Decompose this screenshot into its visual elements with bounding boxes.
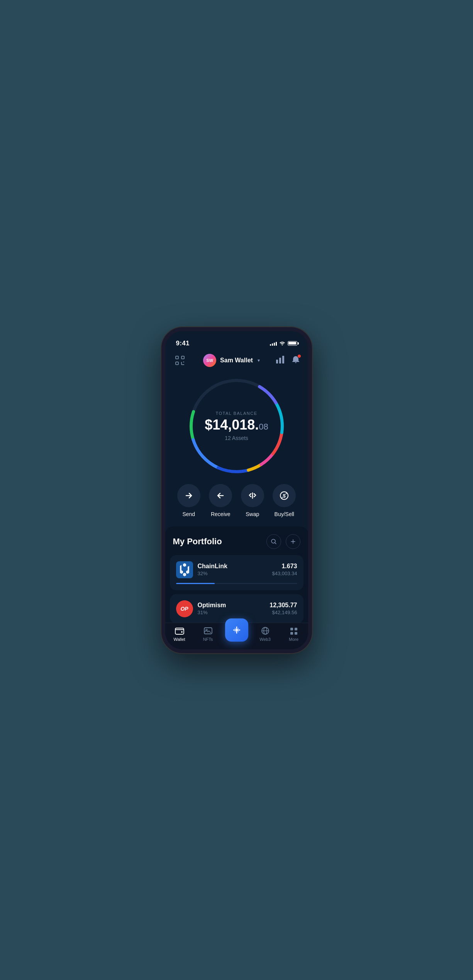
nav-more[interactable]: More [282,626,305,642]
screen: 9:41 [165,331,308,649]
header-right [276,355,300,365]
send-icon [177,484,200,507]
svg-rect-0 [176,356,178,359]
asset-list: ChainLink 32% 1.673 $43,003.34 [165,555,308,623]
portfolio-title: My Portfolio [173,537,222,547]
wallet-nav-label: Wallet [173,637,185,642]
buysell-icon: $ [273,484,296,507]
svg-rect-28 [290,628,293,630]
nfts-nav-label: NFTs [203,637,213,642]
portfolio-add-button[interactable] [286,534,300,549]
nav-wallet[interactable]: Wallet [168,626,191,642]
svg-rect-21 [175,628,184,634]
optimism-logo: OP [176,600,193,617]
asset-details: Optimism 31% [198,602,226,615]
scan-button[interactable] [173,353,187,367]
chart-button[interactable] [276,356,285,365]
svg-rect-30 [290,632,293,635]
portfolio-header: My Portfolio [165,527,308,555]
svg-rect-2 [176,362,178,365]
nav-nfts[interactable]: NFTs [197,626,220,642]
chainlink-logo [176,561,193,578]
balance-section: TOTAL BALANCE $14,018.08 12 Assets [165,372,308,484]
asset-value: $43,003.34 [272,571,297,576]
svg-rect-7 [279,358,281,363]
balance-ring: TOTAL BALANCE $14,018.08 12 Assets [186,376,287,476]
username: Sam Wallet [220,357,253,364]
asset-amount: 12,305.77 [270,602,297,609]
svg-rect-29 [295,628,297,630]
web3-icon [261,626,270,635]
balance-info: TOTAL BALANCE $14,018.08 12 Assets [202,411,271,441]
asset-percent: 31% [198,610,226,615]
portfolio-section: My Portfolio [165,527,308,649]
wifi-icon [279,340,285,346]
svg-rect-6 [276,360,278,363]
balance-assets: 12 Assets [202,435,271,441]
asset-row: ChainLink 32% 1.673 $43,003.34 [176,561,297,578]
asset-name: ChainLink [198,563,227,570]
header: SW Sam Wallet ▾ [165,350,308,372]
notch [212,331,261,344]
svg-text:$: $ [283,493,286,499]
asset-left: OP Optimism 31% [176,600,226,617]
portfolio-search-button[interactable] [266,534,281,549]
nfts-icon [203,626,213,635]
balance-cents: 08 [259,422,268,431]
portfolio-actions [266,534,300,549]
signal-bars-icon [270,341,277,346]
phone-frame: 9:41 [161,327,312,653]
notification-button[interactable] [292,355,300,365]
balance-amount: $14,018.08 [202,418,271,432]
receive-icon [209,484,232,507]
swap-label: Swap [246,511,259,517]
swap-button[interactable]: Swap [241,484,264,517]
send-button[interactable]: Send [177,484,200,517]
asset-right: 12,305.77 $42,149.56 [270,602,297,615]
asset-amount: 1.673 [272,563,297,570]
asset-details: ChainLink 32% [198,563,227,576]
receive-label: Receive [211,511,231,517]
notification-badge [297,354,301,358]
more-nav-label: More [289,637,298,642]
wallet-icon [175,626,184,635]
buysell-button[interactable]: $ Buy/Sell [273,484,296,517]
bottom-nav: Wallet NFTs [165,623,308,649]
asset-progress-fill [176,583,215,584]
svg-point-22 [181,631,183,633]
user-profile-button[interactable]: SW Sam Wallet ▾ [203,354,260,367]
buysell-label: Buy/Sell [275,511,294,517]
nav-web3[interactable]: Web3 [254,626,277,642]
asset-right: 1.673 $43,003.34 [272,563,297,576]
asset-name: Optimism [198,602,226,609]
list-item[interactable]: ChainLink 32% 1.673 $43,003.34 [170,555,303,590]
balance-label: TOTAL BALANCE [202,411,271,416]
asset-progress-bar [176,583,297,584]
swap-icon [241,484,264,507]
asset-row: OP Optimism 31% 12,305.77 $42,149.56 [176,600,297,617]
svg-rect-8 [282,356,284,363]
web3-nav-label: Web3 [259,637,271,642]
asset-value: $42,149.56 [270,610,297,615]
svg-rect-31 [295,632,297,635]
send-label: Send [182,511,195,517]
receive-button[interactable]: Receive [209,484,232,517]
asset-left: ChainLink 32% [176,561,227,578]
battery-icon [288,341,297,346]
action-buttons: Send Receive Swap [165,484,308,527]
status-time: 9:41 [176,340,190,347]
more-icon [289,626,298,635]
asset-percent: 32% [198,571,227,576]
status-icons [270,340,297,346]
avatar: SW [203,354,216,367]
nav-center-button[interactable] [225,618,248,642]
svg-rect-1 [181,356,184,359]
chevron-down-icon: ▾ [258,358,260,363]
